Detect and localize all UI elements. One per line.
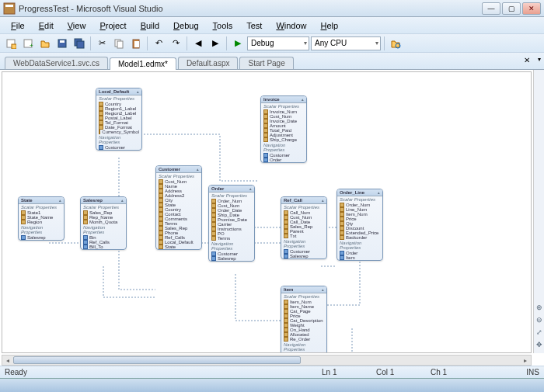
title-bar: ProgressTest - Microsoft Visual Studio —… — [0, 0, 544, 17]
add-item-button[interactable]: + — [20, 36, 36, 51]
menu-edit[interactable]: Edit — [33, 19, 60, 32]
svg-rect-13 — [134, 41, 139, 47]
window-title: ProgressTest - Microsoft Visual Studio — [19, 4, 482, 13]
menu-view[interactable]: View — [61, 19, 92, 32]
menu-bar: File Edit View Project Build Debug Tools… — [0, 17, 544, 34]
entity-ref-call[interactable]: Ref_Call Scalar Properties Call_NumCust_… — [281, 196, 327, 259]
svg-rect-11 — [117, 41, 123, 48]
svg-text:+: + — [30, 42, 33, 49]
zoom-tools: ⊕ ⊖ ⤢ ✥ — [533, 70, 544, 353]
svg-rect-9 — [77, 41, 84, 48]
menu-window[interactable]: Window — [270, 19, 312, 32]
os-taskbar — [0, 378, 544, 392]
redo-button[interactable]: ↷ — [168, 36, 183, 51]
entity-salesrep[interactable]: Salesrep Scalar Properties Sales_RepRep_… — [80, 196, 127, 250]
menu-tools[interactable]: Tools — [207, 19, 239, 32]
svg-rect-3 — [12, 44, 16, 49]
entity-item[interactable]: Item Scalar Properties Item_NumItem_Name… — [281, 286, 327, 353]
status-col: Col 1 — [376, 368, 431, 376]
menu-file[interactable]: File — [5, 19, 31, 32]
maximize-button[interactable]: ▢ — [502, 2, 521, 15]
paste-button[interactable] — [128, 36, 144, 51]
new-project-button[interactable] — [3, 36, 19, 51]
zoom-in-icon[interactable]: ⊕ — [535, 304, 544, 313]
entity-local-default[interactable]: Local_Default Scalar Properties CountryR… — [96, 88, 142, 151]
scroll-left-button[interactable]: ◂ — [2, 356, 13, 365]
tab-default[interactable]: Default.aspx — [178, 57, 239, 69]
open-button[interactable] — [37, 36, 53, 51]
status-bar: Ready Ln 1 Col 1 Ch 1 INS — [0, 366, 544, 378]
save-all-button[interactable] — [71, 36, 87, 51]
status-ins: INS — [485, 368, 539, 376]
status-line: Ln 1 — [322, 368, 376, 376]
menu-project[interactable]: Project — [93, 19, 132, 32]
minimize-button[interactable]: — — [482, 2, 500, 15]
undo-button[interactable]: ↶ — [151, 36, 166, 51]
pan-icon[interactable]: ✥ — [535, 341, 544, 350]
tab-model[interactable]: Model1.edmx* — [110, 57, 176, 70]
tab-startpage[interactable]: Start Page — [239, 57, 293, 69]
zoom-fit-icon[interactable]: ⤢ — [535, 328, 544, 338]
status-ready: Ready — [5, 368, 27, 376]
scroll-thumb[interactable] — [13, 356, 301, 364]
svg-rect-7 — [60, 40, 65, 43]
platform-combo[interactable]: Any CPU — [311, 36, 381, 50]
run-button[interactable]: ▶ — [230, 36, 246, 51]
menu-debug[interactable]: Debug — [167, 19, 204, 32]
nav-back-button[interactable]: ◀ — [190, 36, 206, 51]
tab-dropdown-button[interactable]: ▾ — [538, 56, 541, 63]
zoom-out-icon[interactable]: ⊖ — [535, 316, 544, 325]
status-ch: Ch 1 — [431, 368, 485, 376]
copy-button[interactable] — [111, 36, 127, 51]
tab-webdata[interactable]: WebDataService1.svc.cs — [5, 57, 108, 69]
app-icon — [3, 2, 16, 15]
entity-order-line[interactable]: Order_Line Scalar Properties Order_NumLi… — [337, 189, 383, 261]
toolbar: + ✂ ↶ ↷ ◀ ▶ ▶ Debug Any CPU — [0, 34, 544, 53]
horizontal-scrollbar[interactable]: ◂ ▸ — [2, 355, 532, 366]
menu-test[interactable]: Test — [240, 19, 268, 32]
entity-customer[interactable]: Customer Scalar Properties Cust_NumNameA… — [155, 165, 202, 250]
edmx-canvas[interactable]: Local_Default Scalar Properties CountryR… — [2, 71, 532, 353]
config-combo[interactable]: Debug — [247, 36, 309, 50]
entity-state[interactable]: State Scalar Properties State1State_Name… — [18, 196, 65, 241]
menu-help[interactable]: Help — [315, 19, 345, 32]
find-button[interactable] — [388, 36, 403, 51]
nav-fwd-button[interactable]: ▶ — [207, 36, 223, 51]
svg-rect-1 — [5, 5, 13, 7]
cut-button[interactable]: ✂ — [94, 36, 110, 51]
close-button[interactable]: ✕ — [522, 2, 541, 15]
entity-order[interactable]: Order Scalar Properties Order_NumCust_Nu… — [208, 185, 255, 262]
entity-invoice[interactable]: Invoice Scalar Properties Invoice_NumCus… — [260, 95, 307, 163]
tab-close-button[interactable]: ✕ — [524, 56, 530, 64]
document-tabs: WebDataService1.svc.cs Model1.edmx* Defa… — [0, 53, 544, 70]
scroll-right-button[interactable]: ▸ — [520, 356, 531, 365]
save-button[interactable] — [54, 36, 70, 51]
menu-build[interactable]: Build — [134, 19, 166, 32]
designer-area: Local_Default Scalar Properties CountryR… — [0, 70, 544, 366]
